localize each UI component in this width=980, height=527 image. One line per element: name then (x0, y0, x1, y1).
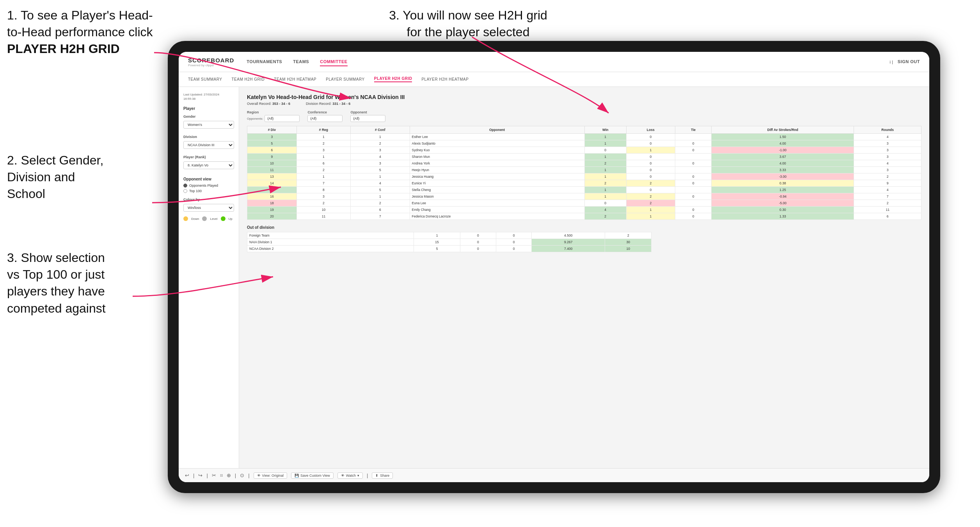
division-dropdown[interactable]: NCAA Division III (183, 141, 234, 149)
nav-links: TOURNAMENTS TEAMS COMMITTEE (247, 58, 889, 66)
gender-label: Gender (183, 115, 234, 118)
instruction-step2: 2. Select Gender, Division and School (7, 152, 147, 203)
table-row: 914Sharon Mun103.673 (247, 154, 921, 160)
sub-nav: TEAM SUMMARY TEAM H2H GRID TEAM H2H HEAT… (179, 72, 929, 87)
radio-opponents-played[interactable]: Opponents Played (183, 184, 234, 187)
nav-right: i | Sign out (889, 58, 920, 66)
logo-area: SCOREBOARD Powered by clippd (188, 57, 234, 67)
sub-nav-player-h2h-heatmap[interactable]: PLAYER H2H HEATMAP (421, 77, 469, 81)
col-tie: Tie (675, 126, 712, 134)
col-diff: Diff Av Strokes/Rnd (712, 126, 854, 134)
sep3: | (235, 472, 236, 478)
out-of-division-table: Foreign Team1004.5002NAIA Division 11500… (247, 232, 652, 252)
table-row: 19106Emily Chang4100.3011 (247, 207, 921, 213)
gender-dropdown[interactable]: Women's (183, 121, 234, 129)
sep4: | (248, 472, 249, 478)
clock-icon[interactable]: ⊙ (240, 472, 244, 478)
h2h-table: # Div # Reg # Conf Opponent Win Loss Tie… (247, 126, 921, 220)
instruction-step3-bot: 3. Show selection vs Top 100 or just pla… (7, 249, 155, 317)
sub-nav-team-h2h-heatmap[interactable]: TEAM H2H HEATMAP (274, 77, 316, 81)
colour-by-label: Colour by (183, 198, 234, 202)
instruction-step1: 1. To see a Player's Head- to-Head perfo… (7, 7, 155, 58)
table-row: 1125Heejo Hyun103.333 (247, 167, 921, 173)
ood-table-row: NAIA Division 115009.26730 (247, 239, 652, 246)
grid-subtitle: Overall Record: 353 - 34 - 6 Division Re… (247, 102, 921, 106)
nav-tournaments[interactable]: TOURNAMENTS (247, 58, 282, 66)
table-row: 1063Andrea York2004.004 (247, 160, 921, 167)
table-row: 311Esther Lee101.504 (247, 134, 921, 140)
sep2: | (206, 472, 208, 478)
grid-title: Katelyn Vo Head-to-Head Grid for Women's… (247, 94, 921, 100)
nav-committee[interactable]: COMMITTEE (320, 58, 348, 66)
conference-filter-dropdown[interactable]: (All) (307, 115, 343, 122)
watch-icon: 👁 (341, 474, 344, 477)
ood-table-row: Foreign Team1004.5002 (247, 232, 652, 239)
table-row: 1822Euna Lee02-5.002 (247, 200, 921, 207)
filter-bar: Region Opponents: (All) Conference (All) (247, 110, 921, 122)
col-div: # Div (247, 126, 297, 134)
opponent-view-options: Opponents Played Top 100 (183, 184, 234, 193)
nav-signout[interactable]: Sign out (898, 58, 920, 66)
colour-legend-row: Down Level Up (183, 216, 234, 221)
colour-dot-level (202, 216, 207, 221)
col-loss: Loss (626, 126, 675, 134)
player-rank-dropdown[interactable]: 8. Katelyn Vo (183, 161, 234, 169)
conference-filter-group: Conference (All) (307, 110, 343, 122)
player-section-label: Player (183, 106, 234, 111)
table-row: 1631Jessica Mason120-0.947 (247, 193, 921, 200)
sub-nav-player-h2h-grid[interactable]: PLAYER H2H GRID (374, 76, 412, 82)
colour-by-dropdown[interactable]: Win/loss (183, 204, 234, 212)
copy-icon[interactable]: ⌗ (220, 472, 223, 479)
right-content: Katelyn Vo Head-to-Head Grid for Women's… (239, 87, 929, 468)
main-content: Last Updated: 27/03/2024 16:55:38 Player… (179, 87, 929, 468)
save-custom-btn[interactable]: 💾 Save Custom View (291, 472, 334, 479)
colour-by-section: Colour by Win/loss Down Level Up (183, 198, 234, 221)
left-panel: Last Updated: 27/03/2024 16:55:38 Player… (179, 87, 239, 468)
nav-separator: i | (889, 60, 893, 64)
col-conf: # Conf (351, 126, 410, 134)
col-opponent: Opponent (410, 126, 584, 134)
col-rounds: Rounds (854, 126, 921, 134)
cut-icon[interactable]: ✂ (212, 472, 216, 478)
colour-dot-down (183, 216, 188, 221)
region-filter-dropdown[interactable]: (All) (265, 115, 300, 122)
bottom-toolbar: ↩ | ↪ | ✂ ⌗ ⊕ | ⊙ | 👁 View: Original 💾 S… (179, 468, 929, 482)
table-row: 1311Jessica Huang100-3.002 (247, 173, 921, 180)
watch-btn[interactable]: 👁 Watch ▾ (337, 472, 363, 479)
ood-table-row: NCAA Division 25007.40010 (247, 246, 652, 252)
sub-nav-team-h2h-grid[interactable]: TEAM H2H GRID (232, 77, 265, 81)
radio-top100[interactable]: Top 100 (183, 189, 234, 193)
division-label: Division (183, 135, 234, 139)
table-row: 1585Stella Cheng101.254 (247, 187, 921, 193)
view-original-btn[interactable]: 👁 View: Original (254, 472, 287, 479)
redo-icon[interactable]: ↪ (198, 472, 202, 478)
overall-record: Overall Record: 353 - 34 - 6 (247, 102, 290, 106)
division-record: Division Record: 331 - 34 - 6 (306, 102, 350, 106)
col-win: Win (584, 126, 626, 134)
share-btn[interactable]: ⬆ Share (372, 472, 393, 479)
nav-teams[interactable]: TEAMS (293, 58, 309, 66)
undo-icon[interactable]: ↩ (185, 472, 189, 478)
region-filter-group: Region Opponents: (All) (247, 110, 300, 122)
sep5: | (367, 472, 368, 478)
player-rank-label: Player (Rank) (183, 155, 234, 159)
nav-bar: SCOREBOARD Powered by clippd TOURNAMENTS… (179, 52, 929, 72)
col-reg: # Reg (296, 126, 350, 134)
colour-dot-up (221, 216, 225, 221)
radio-circle-1 (183, 184, 187, 187)
logo-sub: Powered by clippd (188, 64, 234, 67)
tablet-device: SCOREBOARD Powered by clippd TOURNAMENTS… (168, 41, 940, 493)
logo-text: SCOREBOARD (188, 57, 234, 64)
table-row: 20117Federica Domecq Lacroze2101.336 (247, 213, 921, 220)
sub-nav-player-summary[interactable]: PLAYER SUMMARY (326, 77, 364, 81)
sep1: | (193, 472, 194, 478)
sub-nav-team-summary[interactable]: TEAM SUMMARY (188, 77, 222, 81)
opponent-filter-dropdown[interactable]: (All) (350, 115, 385, 122)
out-of-division-label: Out of division (247, 225, 921, 230)
save-icon: 💾 (295, 474, 299, 477)
watch-chevron: ▾ (357, 474, 359, 477)
opponent-filter-group: Opponent (All) (350, 110, 385, 122)
paste-icon[interactable]: ⊕ (227, 472, 231, 478)
tablet-screen: SCOREBOARD Powered by clippd TOURNAMENTS… (179, 52, 929, 482)
opponent-view-label: Opponent view (183, 177, 234, 181)
